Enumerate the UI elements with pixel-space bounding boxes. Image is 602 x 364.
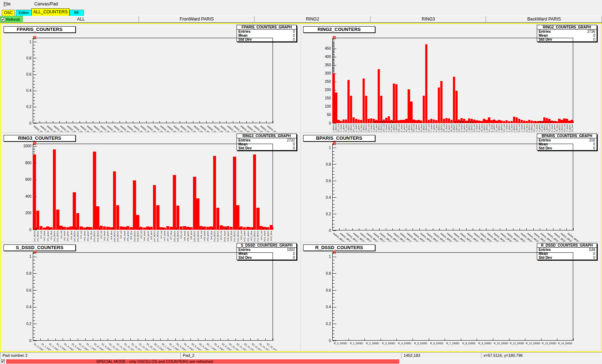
pad-title[interactable]: RING3_COUNTERS — [4, 135, 76, 141]
x-tick — [396, 338, 397, 341]
histogram-bar — [352, 117, 355, 123]
y-minor-tick — [333, 287, 334, 287]
toolbar-button-backward-paris[interactable]: BackWard PARIS — [486, 16, 602, 23]
tab-all_counters[interactable]: ALL_COUNTERS — [31, 8, 69, 16]
pad-title[interactable]: S_DSSD_COUNTERS — [4, 244, 76, 251]
x-tick-label: 3A1_BGO2 — [37, 231, 39, 242]
histogram-bar — [478, 121, 480, 123]
tab-rf[interactable]: RF — [69, 10, 84, 16]
histogram-bar — [563, 118, 565, 123]
y-minor-tick — [33, 297, 35, 297]
y-minor-tick — [33, 314, 35, 314]
toolbar-button-ring3[interactable]: RING3 — [370, 16, 486, 23]
x-tick-label: 3A9_BGO1 — [193, 231, 196, 242]
menu-file[interactable]: File — [1, 1, 13, 7]
x-tick-label: 3A8_red — [180, 231, 182, 239]
refresh-checkbox[interactable]: ✔ — [1, 17, 5, 21]
y-tick — [33, 123, 37, 123]
y-minor-tick — [33, 153, 35, 153]
histogram-bar — [516, 117, 518, 123]
pad-title[interactable]: R_DSSD_COUNTERS — [303, 244, 375, 251]
y-minor-tick — [333, 194, 334, 194]
plot-frame[interactable] — [332, 252, 573, 341]
y-minor-tick — [33, 113, 35, 114]
menu-bar: FileCanvas/Pad — [0, 0, 602, 8]
x-tick — [198, 338, 198, 341]
y-tick — [333, 148, 336, 148]
x-tick-label: 3A5_blue — [130, 231, 132, 240]
x-tick-label: 2A10_red — [473, 124, 475, 132]
histogram-bar — [378, 69, 380, 123]
special-mode-checkbox[interactable]: ✔ — [1, 359, 5, 363]
x-tick — [133, 121, 133, 123]
x-tick — [573, 121, 574, 123]
tab-editor[interactable]: Editor — [16, 10, 32, 16]
x-tick-label: 3A12_red — [260, 231, 262, 240]
histogram-bar — [342, 120, 345, 123]
histogram-bar — [445, 118, 448, 123]
pad-title[interactable]: BPARIS_COUNTERS — [303, 135, 375, 141]
pad-title[interactable]: FPARIS_COUNTERS — [4, 26, 76, 33]
y-tick-label: 450 — [316, 46, 331, 50]
y-tick — [333, 65, 336, 66]
toolbar-button-frontward-paris[interactable]: FrontWard PARIS — [139, 16, 255, 23]
pad-ring3_counters[interactable]: RING3_COUNTERSRING3_COUNTERS_GRAPHEntrie… — [1, 132, 301, 242]
y-tick — [333, 123, 336, 123]
histogram-bar — [463, 119, 465, 123]
pad-s_dssd_counters[interactable]: S_DSSD_COUNTERSS_DSSD_COUNTERS_GRAPHEntr… — [1, 242, 301, 351]
histogram-bar — [511, 121, 513, 123]
y-minor-tick — [33, 260, 35, 260]
y-minor-tick — [333, 56, 334, 57]
pad-bparis_counters[interactable]: BPARIS_COUNTERSBPARIS_COUNTERS_GRAPHEntr… — [301, 132, 601, 242]
x-tick — [123, 338, 123, 341]
x-tick-label: 3A4_red — [100, 231, 102, 239]
x-tick — [48, 338, 48, 341]
histogram-bar — [96, 206, 99, 230]
plot-frame[interactable] — [33, 38, 273, 123]
refresh-cell[interactable]: ✔ Refresh — [0, 16, 23, 23]
y-tick-label: 0.4 — [16, 89, 31, 93]
x-tick-label: 2A16_blue — [571, 124, 573, 132]
x-tick-label: 2A6_green — [418, 124, 420, 132]
menu-canvas-pad[interactable]: Canvas/Pad — [32, 1, 60, 7]
tab-osc[interactable]: OSC — [2, 10, 15, 16]
y-minor-tick — [33, 267, 35, 267]
y-minor-tick — [333, 41, 334, 41]
histogram-bar — [120, 226, 123, 230]
x-tick-label: 2A1_black — [340, 124, 342, 132]
histogram-bar — [206, 227, 210, 230]
histogram-bar — [170, 227, 173, 230]
histogram-bar — [370, 118, 372, 123]
histogram-bar — [363, 78, 365, 123]
histogram-bar — [130, 227, 133, 230]
y-tick — [333, 57, 336, 57]
x-tick — [243, 338, 243, 341]
toolbar-button-ring2[interactable]: RING2 — [255, 16, 370, 23]
histogram-bar — [490, 120, 493, 123]
histogram-bar — [176, 206, 180, 230]
x-tick-label: 2A2_BGO2 — [350, 124, 352, 132]
x-tick-label: R_8_DSSD — [461, 342, 477, 345]
x-tick-label: R_5_DSSD — [413, 342, 429, 345]
x-tick-label: R_14_DSSD — [557, 342, 573, 345]
x-tick-label: 3A7_black — [163, 231, 166, 241]
y-minor-tick — [33, 120, 35, 120]
histogram-bar — [408, 89, 410, 123]
pad-r_dssd_counters[interactable]: R_DSSD_COUNTERSR_DSSD_COUNTERS_GRAPHEntr… — [301, 242, 601, 351]
x-tick-label: 3A3_BGO2 — [77, 231, 79, 242]
stats-title: R_DSSD_COUNTERS_GRAPH — [537, 243, 597, 248]
plot-frame[interactable] — [33, 252, 273, 341]
x-tick-label: 2A16_green — [569, 124, 571, 132]
x-tick — [500, 228, 500, 230]
plot-frame[interactable] — [332, 144, 573, 230]
toolbar-button-all[interactable]: ALL — [23, 16, 139, 23]
root-canvas[interactable]: FPARIS_COUNTERSFPARIS_COUNTERS_GRAPHEntr… — [0, 23, 602, 352]
pad-title[interactable]: RING2_COUNTERS — [303, 26, 375, 33]
pad-ring2_counters[interactable]: RING2_COUNTERSRING2_COUNTERS_GRAPHEntrie… — [301, 24, 601, 132]
x-tick — [392, 228, 393, 230]
stats-row: Entries316 — [537, 138, 597, 142]
y-tick-label: 0 — [316, 229, 331, 233]
x-tick-label: R_3_DSSD — [381, 342, 397, 345]
histogram-bar — [471, 119, 473, 123]
pad-fparis_counters[interactable]: FPARIS_COUNTERSFPARIS_COUNTERS_GRAPHEntr… — [1, 24, 301, 132]
